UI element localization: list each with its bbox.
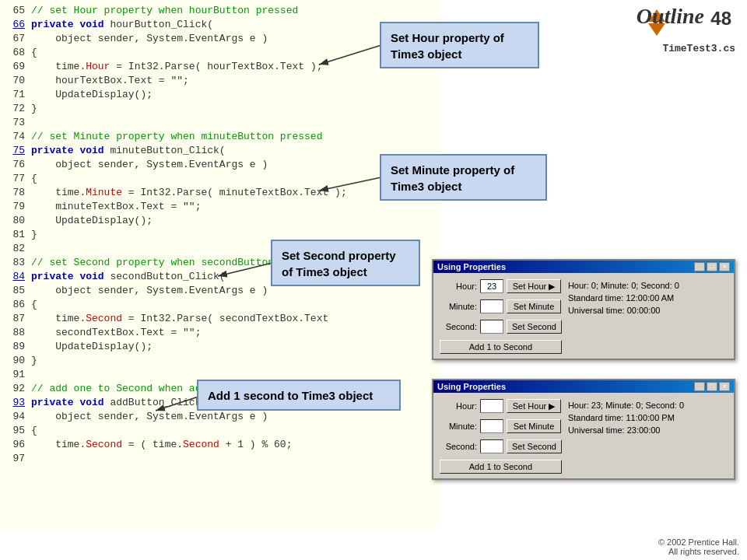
code-line-97: 97 bbox=[0, 452, 440, 466]
filename-label: TimeTest3.cs bbox=[662, 43, 735, 54]
outline-button[interactable]: Outline bbox=[637, 4, 704, 29]
callout-hour-text: Set Hour property ofTime3 object bbox=[391, 31, 504, 61]
copyright-text: © 2002 Prentice Hall.All rights reserved… bbox=[658, 537, 739, 556]
callout-hour: Set Hour property ofTime3 object bbox=[380, 22, 539, 68]
callout-minute: Set Minute property ofTime3 object bbox=[380, 154, 547, 201]
code-line-79: 79 minuteTextBox.Text = ""; bbox=[0, 200, 440, 214]
dialog1-info-3: Universal time: 00:00:00 bbox=[568, 304, 685, 317]
dialog2-title: Using Properties bbox=[437, 382, 506, 391]
dialog1-maximize[interactable]: □ bbox=[707, 262, 717, 271]
code-line-88: 88 secondTextBox.Text = ""; bbox=[0, 326, 440, 340]
slide-number: 48 bbox=[710, 8, 731, 30]
dialog2-hour-row: Hour: Set Hour ▶ bbox=[440, 397, 562, 415]
dialog1-hour-input[interactable] bbox=[480, 279, 503, 293]
dialog1-second-input[interactable] bbox=[480, 320, 503, 334]
dialog1-info-1: Hour: 0; Minute: 0; Second: 0 bbox=[568, 279, 685, 292]
code-line-78: 78 time.Minute = Int32.Parse( minuteText… bbox=[0, 186, 440, 200]
code-line-74: 74 // set Minute property when minuteBut… bbox=[0, 130, 440, 144]
callout-minute-text: Set Minute property ofTime3 object bbox=[391, 163, 514, 193]
dialog1-close[interactable]: × bbox=[719, 262, 730, 271]
code-line-69: 69 time.Hour = Int32.Parse( hourTextBox.… bbox=[0, 60, 440, 74]
callout-add: Add 1 second to Time3 object bbox=[197, 380, 401, 411]
code-line-87: 87 time.Second = Int32.Parse( secondText… bbox=[0, 312, 440, 326]
dialog2-set-second-button[interactable]: Set Second bbox=[507, 439, 562, 453]
dialog1-add-second-button[interactable]: Add 1 to Second bbox=[440, 340, 562, 354]
dialog1[interactable]: Using Properties _ □ × Hour: Set Hour ▶ … bbox=[432, 259, 735, 360]
dialog2-minute-row: Minute: Set Minute bbox=[440, 418, 562, 435]
code-line-90: 90 } bbox=[0, 354, 440, 368]
dialog2-titlebar-buttons[interactable]: _ □ × bbox=[694, 382, 730, 391]
copyright: © 2002 Prentice Hall.All rights reserved… bbox=[658, 537, 739, 556]
code-line-73: 73 bbox=[0, 116, 440, 130]
dialog1-minute-label: Minute: bbox=[440, 302, 477, 311]
dialog2-second-label: Second: bbox=[440, 442, 477, 451]
dialog2-set-hour-button[interactable]: Set Hour ▶ bbox=[507, 399, 561, 413]
dialog1-titlebar-buttons[interactable]: _ □ × bbox=[694, 262, 730, 271]
code-line-71: 71 UpdateDisplay(); bbox=[0, 88, 440, 102]
code-line-68: 68 { bbox=[0, 46, 440, 60]
dialog1-add-row: Add 1 to Second bbox=[440, 340, 562, 354]
dialog2-info-2: Standard time: 11:00:00 PM bbox=[568, 411, 685, 424]
callout-add-text: Add 1 second to Time3 object bbox=[208, 387, 373, 404]
callout-second-text: Set Second propertyof Time3 object bbox=[282, 249, 396, 278]
code-line-86: 86 { bbox=[0, 298, 440, 312]
dialog2-minute-label: Minute: bbox=[440, 422, 477, 431]
dialog1-second-label: Second: bbox=[440, 322, 477, 331]
dialog2[interactable]: Using Properties _ □ × Hour: Set Hour ▶ … bbox=[432, 379, 735, 480]
dialog2-close[interactable]: × bbox=[719, 382, 730, 391]
dialog2-body: Hour: Set Hour ▶ Minute: Set Minute Seco… bbox=[433, 393, 734, 478]
dialog2-hour-label: Hour: bbox=[440, 401, 477, 411]
code-line-77: 77 { bbox=[0, 172, 440, 186]
dialog2-titlebar[interactable]: Using Properties _ □ × bbox=[433, 380, 734, 393]
dialog2-minimize[interactable]: _ bbox=[694, 382, 705, 391]
dialog1-titlebar[interactable]: Using Properties _ □ × bbox=[433, 261, 734, 273]
code-line-66: 66 private void hourButton_Click( bbox=[0, 18, 440, 32]
dialog2-info-1: Hour: 23; Minute: 0; Second: 0 bbox=[568, 399, 685, 411]
callout-second: Set Second propertyof Time3 object bbox=[271, 240, 420, 286]
code-line-96: 96 time.Second = ( time.Second + 1 ) % 6… bbox=[0, 438, 440, 452]
slide: 48 Outline TimeTest3.cs 65 // set Hour p… bbox=[0, 0, 747, 560]
code-line-75: 75 private void minuteButton_Click( bbox=[0, 144, 440, 158]
dialog2-hour-input[interactable] bbox=[480, 399, 503, 413]
dialog1-set-hour-button[interactable]: Set Hour ▶ bbox=[507, 279, 561, 293]
dialog1-minute-row: Minute: Set Minute bbox=[440, 298, 562, 315]
dialog1-body: Hour: Set Hour ▶ Minute: Set Minute Seco… bbox=[433, 273, 734, 359]
dialog2-minute-input[interactable] bbox=[480, 419, 503, 433]
dialog1-hour-label: Hour: bbox=[440, 282, 477, 291]
dialog1-hour-row: Hour: Set Hour ▶ bbox=[440, 278, 562, 295]
dialog2-add-second-button[interactable]: Add 1 to Second bbox=[440, 460, 562, 474]
dialog2-right: Hour: 23; Minute: 0; Second: 0 Standard … bbox=[568, 397, 685, 474]
code-line-94: 94 object sender, System.EventArgs e ) bbox=[0, 410, 440, 424]
dialog2-info-3: Universal time: 23:00:00 bbox=[568, 424, 685, 436]
dialog1-title: Using Properties bbox=[437, 262, 506, 271]
dialog1-info-2: Standard time: 12:00:00 AM bbox=[568, 292, 685, 304]
code-line-65: 65 // set Hour property when hourButton … bbox=[0, 4, 440, 18]
dialog1-minute-input[interactable] bbox=[480, 299, 503, 313]
dialog1-second-row: Second: Set Second bbox=[440, 318, 562, 335]
dialog2-left: Hour: Set Hour ▶ Minute: Set Minute Seco… bbox=[440, 397, 562, 474]
code-line-95: 95 { bbox=[0, 424, 440, 438]
code-line-67: 67 object sender, System.EventArgs e ) bbox=[0, 32, 440, 46]
code-line-76: 76 object sender, System.EventArgs e ) bbox=[0, 158, 440, 172]
code-line-70: 70 hourTextBox.Text = ""; bbox=[0, 74, 440, 88]
dialog1-left: Hour: Set Hour ▶ Minute: Set Minute Seco… bbox=[440, 278, 562, 354]
dialog2-second-input[interactable] bbox=[480, 439, 503, 453]
dialog2-add-row: Add 1 to Second bbox=[440, 460, 562, 474]
code-line-80: 80 UpdateDisplay(); bbox=[0, 214, 440, 228]
dialog1-minimize[interactable]: _ bbox=[694, 262, 705, 271]
dialog1-set-minute-button[interactable]: Set Minute bbox=[507, 299, 561, 313]
dialog2-maximize[interactable]: □ bbox=[707, 382, 717, 391]
dialog1-set-second-button[interactable]: Set Second bbox=[507, 320, 562, 334]
dialog2-set-minute-button[interactable]: Set Minute bbox=[507, 419, 561, 433]
dialog2-second-row: Second: Set Second bbox=[440, 438, 562, 455]
code-line-89: 89 UpdateDisplay(); bbox=[0, 340, 440, 354]
dialog1-right: Hour: 0; Minute: 0; Second: 0 Standard t… bbox=[568, 278, 685, 354]
code-line-72: 72 } bbox=[0, 102, 440, 116]
